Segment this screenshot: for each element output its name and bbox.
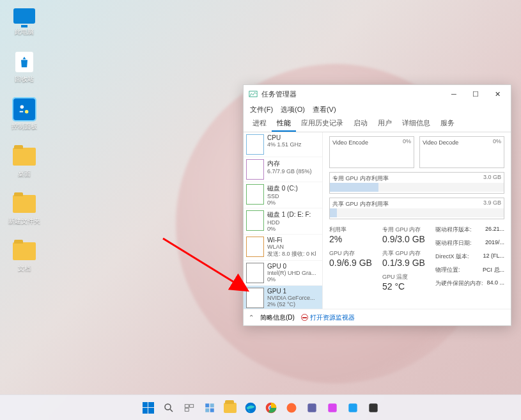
resource-name: CPU [267, 134, 302, 141]
search-button[interactable] [160, 400, 177, 416]
resource-item-disk1[interactable]: 磁盘 1 (D: E: F:HDD0% [244, 208, 322, 235]
app-button-3[interactable] [324, 400, 341, 416]
svg-rect-10 [205, 403, 209, 407]
app-icon [306, 401, 318, 414]
resource-item-mem[interactable]: 内存6.7/7.9 GB (85%) [244, 157, 322, 182]
chart-bar [330, 183, 504, 192]
monitor-icon [13, 8, 35, 24]
chart-label: 共享 GPU 内存利用率 [332, 201, 389, 207]
open-resmon-link[interactable]: 打开资源监视器 [301, 313, 355, 322]
menu-options[interactable]: 选项(O) [281, 105, 305, 114]
svg-point-1 [25, 110, 28, 114]
tab-bar: 进程 性能 应用历史记录 启动 用户 详细信息 服务 [244, 116, 511, 132]
desktop-icon-folder-1[interactable]: 桌面 [8, 145, 41, 178]
svg-rect-9 [185, 408, 189, 411]
menu-file[interactable]: 文件(F) [250, 105, 273, 114]
svg-rect-20 [328, 403, 336, 412]
control-panel-icon [13, 98, 35, 120]
desktop-icon-folder-3[interactable]: 文档 [8, 240, 41, 273]
recycle-bin-icon [15, 52, 33, 72]
explorer-button[interactable] [222, 400, 238, 416]
resource-name: Wi-Fi [267, 237, 316, 244]
tab-startup[interactable]: 启动 [348, 116, 373, 132]
svg-rect-11 [210, 403, 214, 407]
sparkline-chart [246, 159, 264, 180]
chart-label: Video Encode [332, 139, 368, 146]
dedicated-gpu-mem-chart: 专用 GPU 内存利用率 3.0 GB [329, 172, 504, 194]
resource-name: GPU 1 [267, 288, 315, 295]
resource-sub: SSD [267, 193, 298, 199]
resource-name: 磁盘 1 (D: E: F: [267, 210, 311, 219]
app-button-2[interactable] [304, 400, 320, 416]
tab-services[interactable]: 服务 [435, 116, 460, 132]
tab-details[interactable]: 详细信息 [397, 116, 435, 132]
window-buttons: ─ ☐ ✕ [443, 86, 508, 102]
desktop-icon-control-panel[interactable]: 控制面板 [8, 98, 41, 131]
svg-rect-12 [205, 408, 209, 412]
resource-stat: 0% [267, 276, 316, 283]
resource-item-gpu0[interactable]: GPU 0Intel(R) UHD Gra...0% [244, 261, 322, 286]
desktop-icons: 此电脑 回收站 控制面板 桌面 新建文件夹 文档 [8, 3, 41, 273]
shared-gpu-mem-chart: 共享 GPU 内存利用率 3.9 GB [329, 198, 504, 219]
window-title: 任务管理器 [261, 89, 443, 99]
resource-sub: 6.7/7.9 GB (85%) [267, 168, 312, 175]
maximize-button[interactable]: ☐ [465, 86, 486, 102]
footer: ⌃ 简略信息(D) 打开资源监视器 [244, 309, 511, 325]
widgets-button[interactable] [201, 400, 218, 416]
sparkline-chart [246, 134, 264, 155]
desktop-icon-recycle-bin[interactable]: 回收站 [8, 51, 41, 84]
desktop-icon-this-pc[interactable]: 此电脑 [8, 3, 41, 36]
minimize-button[interactable]: ─ [443, 86, 465, 102]
chrome-icon [265, 401, 277, 414]
desktop-icon-label: 新建文件夹 [8, 217, 40, 226]
sparkline-chart [246, 184, 264, 205]
stat-dedicated-memory: 专用 GPU 内存 0.9/3.0 GB [382, 226, 429, 244]
resource-name: GPU 0 [267, 263, 316, 270]
resource-stat: 2% (52 °C) [267, 301, 315, 307]
chart-value: 0% [493, 138, 501, 144]
chrome-button[interactable] [263, 400, 279, 416]
svg-point-0 [20, 105, 24, 109]
chart-bar [330, 208, 504, 217]
menu-view[interactable]: 查看(V) [313, 105, 336, 114]
folder-icon [13, 148, 36, 166]
resource-item-cpu[interactable]: CPU4% 1.51 GHz [244, 132, 322, 157]
start-button[interactable] [140, 400, 157, 416]
sparkline-chart [246, 237, 264, 257]
edge-button[interactable] [242, 400, 259, 416]
resource-item-disk0[interactable]: 磁盘 0 (C:)SSD0% [244, 182, 322, 208]
resource-item-wifi[interactable]: Wi-FiWLAN发送: 8.0 接收: 0 Kl [244, 235, 322, 261]
resource-item-gpu1[interactable]: GPU 1NVIDIA GeForce...2% (52 °C) [244, 286, 322, 309]
chart-label: 专用 GPU 内存利用率 [332, 175, 389, 182]
collapse-button[interactable]: ⌃ [249, 314, 254, 321]
body: CPU4% 1.51 GHz内存6.7/7.9 GB (85%)磁盘 0 (C:… [244, 132, 511, 309]
svg-rect-2 [20, 111, 24, 113]
desktop-icon-label: 桌面 [18, 169, 31, 178]
chart-value: 0% [403, 138, 411, 144]
details-pane: Video Encode 0% Video Decode 0% 专用 GPU 内… [323, 132, 511, 309]
taskview-icon [183, 402, 195, 414]
sparkline-chart [246, 288, 264, 308]
sparkline-chart [246, 210, 264, 231]
search-icon [163, 402, 175, 414]
close-button[interactable]: ✕ [486, 86, 508, 102]
folder-icon [224, 403, 237, 413]
titlebar[interactable]: 任务管理器 ─ ☐ ✕ [244, 85, 511, 103]
resource-name: 内存 [267, 159, 312, 168]
app-button-4[interactable] [345, 400, 361, 416]
svg-rect-22 [369, 403, 377, 412]
taskview-button[interactable] [181, 400, 198, 416]
tab-performance[interactable]: 性能 [272, 116, 296, 132]
brief-info-button[interactable]: 简略信息(D) [260, 313, 295, 322]
desktop-icon-folder-2[interactable]: 新建文件夹 [8, 192, 41, 226]
app-button-1[interactable] [283, 400, 300, 416]
menubar: 文件(F) 选项(O) 查看(V) [244, 103, 511, 116]
folder-icon [13, 242, 36, 260]
app-button-5[interactable] [365, 400, 382, 416]
resource-sub: NVIDIA GeForce... [267, 295, 315, 301]
tab-users[interactable]: 用户 [373, 116, 397, 132]
svg-rect-3 [249, 91, 257, 97]
svg-line-6 [170, 409, 173, 412]
tab-app-history[interactable]: 应用历史记录 [296, 116, 348, 132]
tab-processes[interactable]: 进程 [247, 116, 272, 132]
